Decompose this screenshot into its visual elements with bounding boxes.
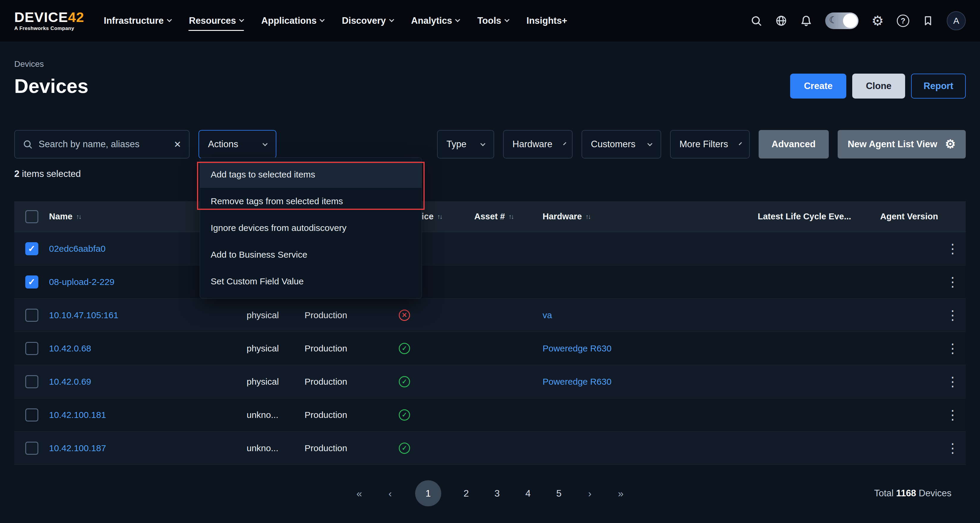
- device-name-link[interactable]: 02edc6aabfa0: [49, 244, 105, 254]
- nav-applications[interactable]: Applications: [261, 12, 325, 30]
- in-service-yes-icon: [399, 442, 410, 454]
- device-name-link[interactable]: 10.42.0.69: [49, 377, 91, 387]
- nav-label: Resources: [189, 16, 236, 26]
- customers-filter-dropdown[interactable]: Customers: [582, 130, 661, 158]
- device-name-link[interactable]: 10.42.0.68: [49, 344, 91, 353]
- logo-text: DEVICE42: [14, 10, 84, 24]
- sort-icon: [437, 213, 442, 220]
- clone-button[interactable]: Clone: [852, 74, 905, 98]
- search-icon[interactable]: [750, 15, 762, 27]
- column-header-lifecycle[interactable]: Latest Life Cycle Eve...: [758, 212, 880, 222]
- title-row: Devices Create Clone Report: [14, 74, 966, 98]
- more-filters-dropdown[interactable]: More Filters: [670, 130, 750, 158]
- nav-discovery[interactable]: Discovery: [341, 12, 394, 30]
- row-checkbox[interactable]: [25, 375, 38, 388]
- page-content: Devices Devices Create Clone Report Acti…: [0, 59, 980, 507]
- menu-item-remove-tags[interactable]: Remove tags from selected items: [200, 188, 422, 215]
- nav-label: Analytics: [411, 16, 452, 26]
- page-button-1[interactable]: 1: [415, 480, 441, 506]
- nav-label: Insights+: [527, 16, 567, 26]
- page-button-3[interactable]: 3: [491, 488, 503, 499]
- column-header-agent-version[interactable]: Agent Version: [880, 212, 940, 222]
- settings-gear-icon[interactable]: [872, 14, 884, 28]
- total-devices-count: Total 1168 Devices: [874, 488, 951, 499]
- row-checkbox[interactable]: [25, 442, 38, 455]
- table-row: 10.42.0.68 physical Production Poweredge…: [14, 332, 966, 365]
- actions-dropdown[interactable]: Actions: [199, 130, 276, 158]
- nav-label: Applications: [261, 16, 317, 26]
- row-menu-kebab-icon[interactable]: [940, 409, 966, 422]
- nav-resources[interactable]: Resources: [188, 12, 244, 30]
- nav-analytics[interactable]: Analytics: [410, 12, 460, 30]
- device42-logo[interactable]: DEVICE42 A Freshworks Company: [14, 10, 84, 32]
- selection-count: 2: [14, 169, 19, 179]
- nav-infrastructure[interactable]: Infrastructure: [103, 12, 172, 30]
- hardware-link[interactable]: va: [542, 310, 552, 320]
- hardware-link[interactable]: Poweredge R630: [542, 344, 611, 353]
- sort-icon: [508, 213, 513, 220]
- page-button-5[interactable]: 5: [553, 488, 565, 499]
- column-header-hardware[interactable]: Hardware: [542, 212, 758, 222]
- dark-mode-toggle[interactable]: [825, 13, 859, 29]
- in-service-yes-icon: [399, 409, 410, 421]
- row-menu-kebab-icon[interactable]: [940, 309, 966, 322]
- row-checkbox[interactable]: [25, 309, 38, 322]
- hardware-link[interactable]: Poweredge R630: [542, 377, 611, 387]
- clear-search-icon[interactable]: [174, 139, 181, 150]
- row-checkbox[interactable]: [25, 342, 38, 355]
- prev-page-button[interactable]: ‹: [384, 488, 396, 499]
- bookmark-icon[interactable]: [922, 15, 934, 27]
- service-level-cell: Production: [305, 377, 393, 387]
- report-button[interactable]: Report: [911, 74, 966, 98]
- row-checkbox[interactable]: [25, 409, 38, 422]
- breadcrumb[interactable]: Devices: [14, 59, 966, 69]
- in-service-yes-icon: [399, 376, 410, 387]
- page-button-4[interactable]: 4: [522, 488, 534, 499]
- service-level-cell: Production: [305, 344, 393, 353]
- last-page-button[interactable]: »: [615, 488, 627, 499]
- row-menu-kebab-icon[interactable]: [940, 342, 966, 355]
- page-button-2[interactable]: 2: [460, 488, 472, 499]
- row-menu-kebab-icon[interactable]: [940, 276, 966, 288]
- row-menu-kebab-icon[interactable]: [940, 242, 966, 255]
- row-menu-kebab-icon[interactable]: [940, 375, 966, 388]
- bell-icon[interactable]: [800, 15, 812, 27]
- user-avatar[interactable]: A: [947, 11, 966, 30]
- first-page-button[interactable]: «: [353, 488, 365, 499]
- menu-item-add-tags[interactable]: Add tags to selected items: [200, 161, 422, 188]
- device-name-link[interactable]: 10.10.47.105:161: [49, 310, 119, 320]
- row-checkbox[interactable]: [25, 242, 38, 255]
- in-service-no-icon: [399, 310, 410, 321]
- actions-menu: Add tags to selected items Remove tags f…: [200, 157, 422, 299]
- row-checkbox[interactable]: [25, 276, 38, 288]
- create-button[interactable]: Create: [790, 74, 846, 98]
- chevron-down-icon: [480, 141, 485, 146]
- type-filter-dropdown[interactable]: Type: [437, 130, 494, 158]
- device-name-link[interactable]: 08-upload-2-229: [49, 277, 115, 287]
- advanced-button[interactable]: Advanced: [759, 130, 829, 158]
- new-agent-list-view-button[interactable]: New Agent List View: [838, 130, 966, 158]
- help-icon[interactable]: [897, 14, 909, 27]
- select-all-checkbox[interactable]: [25, 210, 38, 223]
- menu-item-ignore-devices[interactable]: Ignore devices from autodiscovery: [200, 215, 422, 241]
- moon-icon: [829, 14, 838, 25]
- search-input[interactable]: [38, 139, 169, 150]
- device-name-link[interactable]: 10.42.100.181: [49, 410, 106, 420]
- sort-icon: [76, 213, 81, 220]
- nav-insights-plus[interactable]: Insights+: [526, 12, 568, 30]
- search-icon: [22, 139, 33, 149]
- selection-label: items selected: [19, 169, 81, 179]
- hardware-filter-dropdown[interactable]: Hardware: [503, 130, 573, 158]
- menu-item-set-custom-field[interactable]: Set Custom Field Value: [200, 268, 422, 295]
- device-name-link[interactable]: 10.42.100.187: [49, 443, 106, 453]
- header-label: Name: [49, 212, 73, 222]
- column-header-asset[interactable]: Asset #: [474, 212, 542, 222]
- row-menu-kebab-icon[interactable]: [940, 442, 966, 455]
- next-page-button[interactable]: ›: [584, 488, 596, 499]
- navbar-utilities: A: [750, 11, 966, 30]
- globe-icon[interactable]: [775, 15, 787, 27]
- search-box[interactable]: [14, 130, 189, 158]
- type-cell: unkno...: [247, 443, 305, 453]
- menu-item-add-business-service[interactable]: Add to Business Service: [200, 241, 422, 268]
- nav-tools[interactable]: Tools: [477, 12, 509, 30]
